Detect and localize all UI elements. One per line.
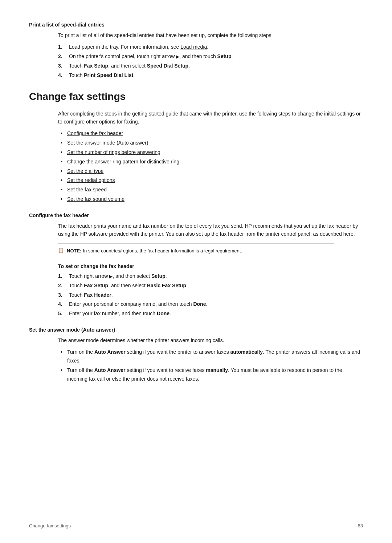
step-4: Touch Print Speed Dial List. bbox=[67, 71, 363, 80]
change-fax-chapter: Change fax settings After completing the… bbox=[29, 91, 363, 204]
rings-before-answering-link[interactable]: Set the number of rings before answering bbox=[67, 149, 160, 155]
list-item: Set the fax speed bbox=[67, 186, 363, 194]
fax-header-steps: Touch right arrow ▶, and then select Set… bbox=[29, 272, 363, 318]
load-media-link[interactable]: Load media bbox=[180, 44, 207, 50]
fax-header-step-4: Enter your personal or company name, and… bbox=[67, 300, 363, 309]
configure-fax-header-heading: Configure the fax header bbox=[29, 212, 363, 218]
auto-answer-bullets: Turn on the Auto Answer setting if you w… bbox=[29, 348, 363, 383]
fax-header-step-2: Touch Fax Setup, and then select Basic F… bbox=[67, 281, 363, 290]
fax-sound-volume-link[interactable]: Set the fax sound volume bbox=[67, 196, 124, 202]
step-2: On the printer's control panel, touch ri… bbox=[67, 52, 363, 61]
redial-options-link[interactable]: Set the redial options bbox=[67, 177, 115, 183]
configure-fax-header-section: Configure the fax header The fax header … bbox=[29, 212, 363, 318]
fax-header-step-5: Enter your fax number, and then touch Do… bbox=[67, 309, 363, 318]
auto-answer-section: Set the answer mode (Auto answer) The an… bbox=[29, 327, 363, 384]
speed-dial-intro: To print a list of all of the speed-dial… bbox=[29, 31, 363, 39]
auto-answer-body: The answer mode determines whether the p… bbox=[29, 336, 363, 344]
change-fax-intro: After completing the steps in the gettin… bbox=[29, 110, 363, 126]
configure-fax-header-body: The fax header prints your name and fax … bbox=[29, 222, 363, 238]
chapter-title: Change fax settings bbox=[29, 91, 363, 104]
list-item: Set the answer mode (Auto answer) bbox=[67, 139, 363, 147]
list-item: Configure the fax header bbox=[67, 129, 363, 138]
speed-dial-steps: Load paper in the tray. For more informa… bbox=[29, 43, 363, 80]
list-item: Turn off the Auto Answer setting if you … bbox=[67, 366, 363, 384]
set-change-fax-header-heading: To set or change the fax header bbox=[29, 263, 363, 269]
speed-dial-heading: Print a list of speed-dial entries bbox=[29, 22, 363, 28]
page-footer: Change fax settings 63 bbox=[29, 523, 363, 528]
configure-fax-header-link[interactable]: Configure the fax header bbox=[67, 130, 123, 136]
list-item: Set the number of rings before answering bbox=[67, 148, 363, 157]
answer-ring-pattern-link[interactable]: Change the answer ring pattern for disti… bbox=[67, 159, 179, 165]
change-fax-links: Configure the fax header Set the answer … bbox=[29, 129, 363, 203]
note-box: 📋 NOTE: In some countries/regions, the f… bbox=[58, 243, 334, 259]
step-1: Load paper in the tray. For more informa… bbox=[67, 43, 363, 52]
fax-header-step-3: Touch Fax Header. bbox=[67, 291, 363, 300]
dial-type-link[interactable]: Set the dial type bbox=[67, 168, 103, 174]
note-icon: 📋 bbox=[58, 248, 64, 253]
auto-answer-link[interactable]: Set the answer mode (Auto answer) bbox=[67, 140, 148, 146]
list-item: Change the answer ring pattern for disti… bbox=[67, 158, 363, 166]
page-number: 63 bbox=[358, 523, 363, 528]
auto-answer-heading: Set the answer mode (Auto answer) bbox=[29, 327, 363, 333]
note-content: NOTE: In some countries/regions, the fax… bbox=[67, 247, 242, 255]
fax-speed-link[interactable]: Set the fax speed bbox=[67, 187, 107, 193]
list-item: Set the redial options bbox=[67, 176, 363, 185]
list-item: Turn on the Auto Answer setting if you w… bbox=[67, 348, 363, 365]
list-item: Set the dial type bbox=[67, 167, 363, 176]
list-item: Set the fax sound volume bbox=[67, 195, 363, 204]
speed-dial-section: Print a list of speed-dial entries To pr… bbox=[29, 22, 363, 80]
footer-section-label: Change fax settings bbox=[29, 523, 71, 528]
fax-header-step-1: Touch right arrow ▶, and then select Set… bbox=[67, 272, 363, 281]
step-3: Touch Fax Setup, and then select Speed D… bbox=[67, 62, 363, 70]
